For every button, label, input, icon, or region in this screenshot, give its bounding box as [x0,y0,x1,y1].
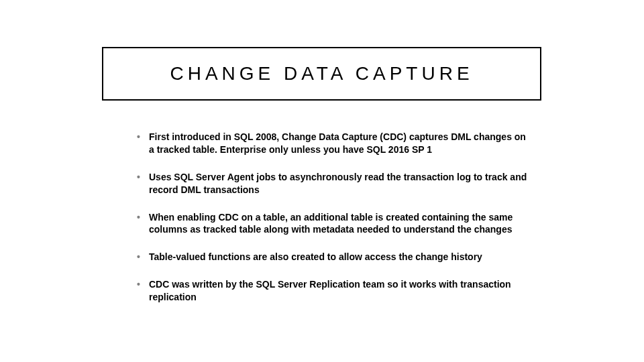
content-area: First introduced in SQL 2008, Change Dat… [134,131,530,318]
list-item: CDC was written by the SQL Server Replic… [134,278,530,304]
list-item: Table-valued functions are also created … [134,251,530,263]
list-item: Uses SQL Server Agent jobs to asynchrono… [134,171,530,196]
list-item: First introduced in SQL 2008, Change Dat… [134,131,530,156]
bullet-list: First introduced in SQL 2008, Change Dat… [134,131,530,304]
title-box: CHANGE DATA CAPTURE [102,47,541,101]
slide-title: CHANGE DATA CAPTURE [117,63,527,84]
list-item: When enabling CDC on a table, an additio… [134,211,530,237]
slide: CHANGE DATA CAPTURE First introduced in … [0,0,644,362]
